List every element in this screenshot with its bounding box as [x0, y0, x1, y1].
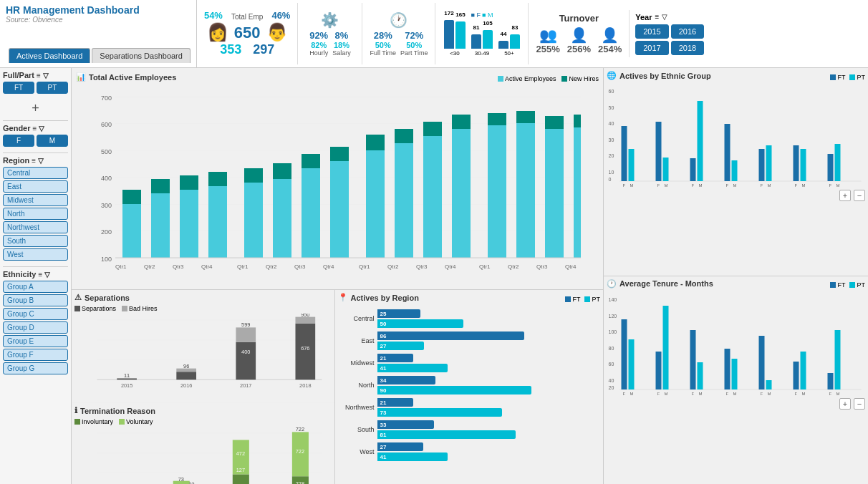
ethnicity-btn-g[interactable]: Group G [3, 362, 68, 374]
region-btn-west[interactable]: West [3, 248, 68, 261]
svg-rect-136 [801, 149, 806, 181]
year-btn-2018[interactable]: 2018 [671, 41, 704, 55]
legend-active: Active Employees [505, 75, 556, 82]
svg-text:140: 140 [609, 297, 617, 302]
svg-rect-36 [452, 129, 471, 258]
svg-text:Qtr1: Qtr1 [115, 263, 127, 270]
ethnicity-btn-a[interactable]: Group A [3, 281, 68, 293]
tenure-chart-plus[interactable]: + [839, 398, 851, 410]
turnover-pct-3: 254% [598, 44, 622, 54]
add-filter-icon[interactable]: + [3, 100, 68, 117]
svg-text:F: F [795, 392, 798, 396]
svg-text:60: 60 [609, 89, 614, 94]
svg-text:23: 23 [188, 481, 194, 484]
svg-rect-43 [545, 116, 564, 129]
ethnicity-btn-b[interactable]: Group B [3, 294, 68, 306]
svg-text:676: 676 [301, 345, 309, 352]
region-btn-midwest[interactable]: Midwest [3, 194, 68, 206]
svg-text:400: 400 [241, 349, 250, 355]
funnel-icon-gender[interactable]: ▽ [39, 125, 44, 132]
svg-rect-25 [273, 163, 291, 179]
funnel-icon-ethnicity[interactable]: ▽ [44, 271, 50, 279]
fm-legend-m: ■ M [482, 11, 493, 19]
tenure-legend-pt: PT [857, 281, 865, 289]
region-btn-north[interactable]: North [3, 208, 68, 220]
year-btn-2015[interactable]: 2015 [635, 24, 668, 39]
svg-rect-28 [330, 161, 349, 258]
age-label-old: 50+ [504, 50, 514, 57]
app-title: HR Management Dashboard [6, 4, 191, 16]
ethnic-chart-plus[interactable]: + [839, 190, 851, 201]
ethnicity-btn-d[interactable]: Group D [3, 321, 68, 334]
svg-rect-37 [452, 115, 471, 129]
svg-text:M: M [665, 183, 668, 188]
region-label-north: North [338, 382, 377, 389]
fullpart-btn-pt[interactable]: PT [37, 82, 68, 94]
region-label-south: South [338, 426, 377, 433]
tenure-chart-minus[interactable]: − [854, 398, 865, 410]
fulltime-pct2: 50% [370, 41, 396, 49]
filter-icon-region[interactable]: ≡ [32, 157, 36, 165]
ethnicity-btn-c[interactable]: Group C [3, 308, 68, 320]
svg-rect-132 [732, 160, 738, 181]
region-btn-south[interactable]: South [3, 235, 68, 247]
region-chart-title: 📍 Actives by Region [338, 293, 419, 302]
svg-rect-125 [622, 126, 627, 181]
filter-icon-year[interactable]: ≡ [655, 13, 659, 21]
svg-rect-126 [629, 149, 635, 181]
year-btn-2016[interactable]: 2016 [671, 24, 704, 39]
svg-rect-32 [395, 143, 413, 258]
svg-text:M: M [836, 392, 840, 396]
region-btn-northwest[interactable]: Northwest [3, 221, 68, 233]
svg-rect-33 [395, 129, 413, 143]
svg-rect-21 [208, 172, 227, 186]
gender-btn-m[interactable]: M [37, 135, 68, 147]
filter-icon-ethnicity[interactable]: ≡ [38, 271, 42, 279]
turnover-icon-female: 👥 [539, 26, 557, 44]
ethnicity-btn-f[interactable]: Group F [3, 349, 68, 361]
svg-text:Qtr4: Qtr4 [323, 263, 334, 270]
svg-text:F: F [623, 392, 626, 396]
region-btn-central[interactable]: Central [3, 167, 68, 179]
svg-text:F: F [761, 183, 763, 188]
ethnic-chart-minus[interactable]: − [854, 190, 865, 201]
filter-fullpart: Full/Part ≡ ▽ FT PT [3, 71, 68, 94]
fulltime-label: Full Time [370, 49, 396, 57]
svg-rect-80 [295, 324, 315, 379]
tab-actives-dashboard[interactable]: Actives Dashboard [9, 48, 90, 63]
svg-text:Qtr3: Qtr3 [294, 263, 306, 270]
tab-separations-dashboard[interactable]: Separations Dashboard [92, 48, 191, 63]
male-value: 297 [253, 42, 274, 57]
clock-icon-tenure: 🕐 [607, 279, 617, 289]
year-label: Year [635, 13, 652, 21]
fullpart-btn-ft[interactable]: FT [3, 82, 34, 94]
svg-rect-133 [759, 149, 765, 181]
main-content: Full/Part ≡ ▽ FT PT + Gender ≡ ▽ F M [0, 68, 868, 484]
gender-btn-f[interactable]: F [3, 135, 34, 147]
hourly-pct2: 82% [309, 41, 328, 49]
svg-rect-45 [574, 115, 581, 127]
total-emp-value: 650 [234, 24, 261, 42]
svg-text:F: F [795, 183, 798, 188]
region-btn-east[interactable]: East [3, 180, 68, 193]
parttime-pct2: 50% [400, 41, 428, 49]
svg-text:F: F [829, 183, 832, 188]
filter-icon-fullpart[interactable]: ≡ [37, 72, 41, 79]
right-panel: 🌐 Actives by Ethnic Group FT PT 60 50 40… [603, 68, 868, 484]
ethnicity-btn-e[interactable]: Group E [3, 335, 68, 347]
funnel-icon-region[interactable]: ▽ [38, 157, 44, 165]
svg-rect-38 [488, 125, 506, 258]
svg-text:M: M [699, 183, 703, 188]
funnel-icon-year[interactable]: ▽ [662, 13, 667, 21]
svg-rect-34 [423, 136, 442, 258]
total-active-chart: 700 600 500 400 300 200 100 [76, 86, 599, 272]
svg-text:10: 10 [609, 170, 614, 175]
filter-icon-gender[interactable]: ≡ [33, 125, 37, 132]
svg-text:M: M [768, 392, 771, 396]
funnel-icon-fullpart[interactable]: ▽ [43, 72, 49, 79]
svg-text:Qtr3: Qtr3 [416, 263, 428, 270]
svg-rect-185 [801, 352, 806, 389]
year-btn-2017[interactable]: 2017 [635, 41, 668, 55]
svg-rect-128 [663, 158, 669, 181]
svg-rect-134 [766, 145, 772, 181]
